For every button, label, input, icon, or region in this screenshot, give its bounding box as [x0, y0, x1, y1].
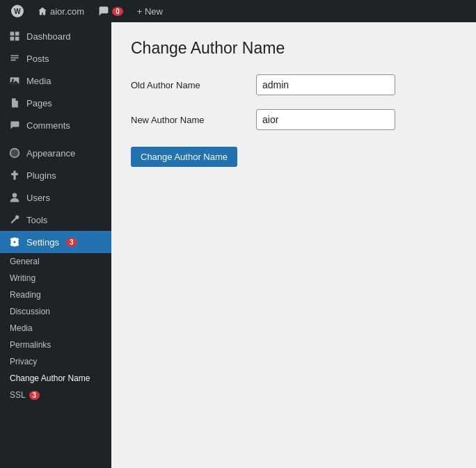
pages-label: Pages [26, 98, 52, 108]
admin-bar: W aior.com 0 + New [0, 0, 476, 22]
sidebar-item-tools[interactable]: Tools [0, 209, 111, 231]
plugins-icon [8, 169, 21, 181]
new-label: + New [137, 6, 163, 17]
old-author-group: Old Author Name [131, 74, 457, 95]
sidebar-item-posts[interactable]: Posts [0, 47, 111, 70]
main-content: Change Author Name Old Author Name New A… [111, 22, 476, 468]
ssl-badge: 3 [29, 391, 40, 400]
svg-rect-3 [15, 37, 19, 41]
dashboard-label: Dashboard [26, 31, 71, 42]
pages-icon [8, 97, 21, 109]
settings-badge: 3 [66, 238, 77, 247]
sidebar-item-plugins[interactable]: Plugins [0, 164, 111, 186]
comments-label: Comments [26, 120, 70, 131]
submenu-item-change-author-name[interactable]: Change Author Name [0, 370, 111, 387]
settings-icon [8, 236, 21, 248]
dashboard-icon [8, 30, 21, 42]
wp-logo-button[interactable]: W [6, 0, 29, 22]
sidebar-item-users[interactable]: Users [0, 186, 111, 209]
users-label: Users [26, 193, 50, 203]
tools-icon [8, 213, 21, 226]
appearance-icon [8, 147, 21, 159]
site-name-label: aior.com [50, 6, 84, 17]
new-author-label: New Author Name [131, 115, 242, 125]
old-author-label: Old Author Name [131, 80, 242, 90]
settings-label: Settings [26, 237, 59, 248]
site-name-button[interactable]: aior.com [32, 0, 90, 22]
svg-rect-2 [10, 37, 15, 41]
page-title: Change Author Name [131, 39, 457, 58]
media-icon [8, 74, 21, 87]
sidebar-item-appearance[interactable]: Appearance [0, 142, 111, 164]
svg-point-7 [13, 193, 17, 197]
main-menu: Dashboard Posts Media Pages [0, 22, 111, 406]
sidebar-item-media[interactable]: Media [0, 70, 111, 92]
submenu-item-reading[interactable]: Reading [0, 287, 111, 303]
media-label: Media [26, 76, 51, 86]
layout: Dashboard Posts Media Pages [0, 22, 476, 468]
submenu-item-discussion[interactable]: Discussion [0, 303, 111, 320]
tools-label: Tools [26, 215, 47, 225]
submenu-item-general[interactable]: General [0, 253, 111, 270]
submenu-item-permalinks[interactable]: Permalinks [0, 337, 111, 353]
old-author-input[interactable] [256, 74, 395, 95]
new-content-button[interactable]: + New [132, 0, 168, 22]
sidebar-item-settings[interactable]: Settings 3 [0, 231, 111, 253]
submenu-item-ssl[interactable]: SSL 3 [0, 387, 111, 403]
sidebar: Dashboard Posts Media Pages [0, 22, 111, 468]
posts-label: Posts [26, 54, 49, 64]
new-author-group: New Author Name [131, 109, 457, 130]
comments-button[interactable]: 0 [93, 0, 129, 22]
sidebar-item-comments[interactable]: Comments [0, 114, 111, 136]
wp-logo-icon: W [11, 5, 24, 17]
svg-rect-0 [10, 32, 15, 36]
new-author-input[interactable] [256, 109, 395, 130]
plugins-label: Plugins [26, 170, 56, 181]
comments-icon [98, 6, 109, 17]
users-icon [8, 191, 21, 204]
comment-count: 0 [112, 7, 123, 16]
sidebar-item-dashboard[interactable]: Dashboard [0, 25, 111, 47]
appearance-label: Appearance [26, 148, 75, 159]
home-icon [38, 6, 47, 16]
change-author-button[interactable]: Change Author Name [131, 147, 237, 167]
svg-rect-1 [15, 32, 19, 36]
sidebar-item-pages[interactable]: Pages [0, 92, 111, 114]
posts-icon [8, 52, 21, 65]
submenu-item-media[interactable]: Media [0, 320, 111, 337]
svg-point-5 [12, 79, 14, 81]
comments-nav-icon [8, 119, 21, 131]
submenu-item-privacy[interactable]: Privacy [0, 353, 111, 370]
submenu-item-writing[interactable]: Writing [0, 270, 111, 287]
